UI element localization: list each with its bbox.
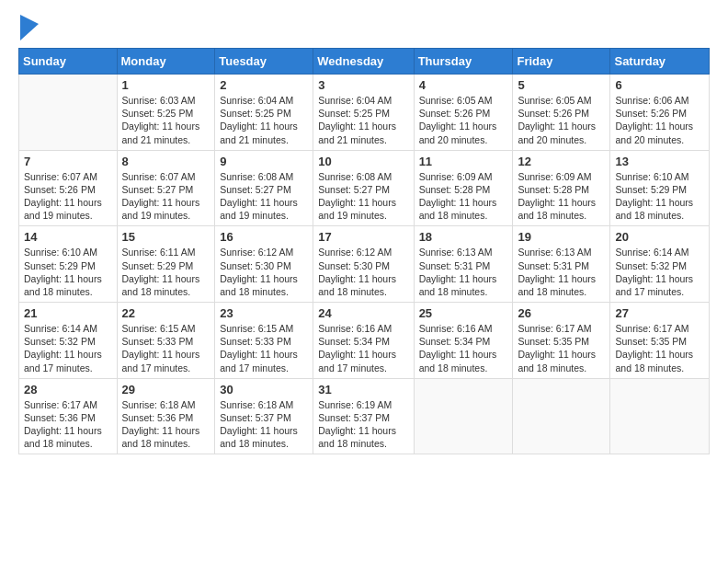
daylight-text: Daylight: 11 hours and 19 minutes. — [318, 196, 408, 222]
sunset-text: Sunset: 5:31 PM — [518, 259, 605, 272]
day-number: 14 — [24, 230, 112, 244]
calendar-cell: 21Sunrise: 6:14 AMSunset: 5:32 PMDayligh… — [19, 303, 118, 379]
sunrise-text: Sunrise: 6:16 AM — [318, 322, 408, 335]
day-number: 17 — [318, 230, 408, 244]
daylight-text: Daylight: 11 hours and 18 minutes. — [518, 196, 605, 222]
calendar-cell: 25Sunrise: 6:16 AMSunset: 5:34 PMDayligh… — [414, 303, 513, 379]
calendar-week-row: 7Sunrise: 6:07 AMSunset: 5:26 PMDaylight… — [19, 150, 710, 226]
daylight-text: Daylight: 11 hours and 19 minutes. — [122, 196, 210, 222]
sunset-text: Sunset: 5:26 PM — [419, 107, 508, 120]
sunset-text: Sunset: 5:31 PM — [419, 259, 508, 272]
sunset-text: Sunset: 5:26 PM — [615, 107, 704, 120]
sunrise-text: Sunrise: 6:04 AM — [220, 94, 308, 107]
sunrise-text: Sunrise: 6:15 AM — [122, 322, 210, 335]
sunset-text: Sunset: 5:37 PM — [318, 411, 408, 424]
sunset-text: Sunset: 5:33 PM — [220, 335, 308, 348]
calendar-week-row: 28Sunrise: 6:17 AMSunset: 5:36 PMDayligh… — [19, 378, 710, 454]
sunset-text: Sunset: 5:27 PM — [220, 183, 308, 196]
daylight-text: Daylight: 11 hours and 18 minutes. — [615, 348, 704, 373]
daylight-text: Daylight: 11 hours and 18 minutes. — [318, 272, 408, 298]
sunrise-text: Sunrise: 6:11 AM — [122, 246, 210, 259]
sunset-text: Sunset: 5:34 PM — [318, 335, 408, 348]
sunrise-text: Sunrise: 6:13 AM — [419, 246, 508, 259]
sunrise-text: Sunrise: 6:09 AM — [419, 170, 508, 183]
sunset-text: Sunset: 5:32 PM — [24, 335, 112, 348]
sunset-text: Sunset: 5:26 PM — [24, 183, 112, 196]
weekday-header-tuesday: Tuesday — [215, 49, 313, 75]
day-number: 10 — [318, 155, 408, 168]
day-number: 1 — [122, 78, 210, 92]
day-number: 24 — [318, 306, 408, 320]
sunset-text: Sunset: 5:29 PM — [122, 259, 210, 272]
calendar-cell — [414, 378, 513, 454]
logo-icon — [20, 15, 39, 40]
daylight-text: Daylight: 11 hours and 19 minutes. — [24, 196, 112, 222]
sunset-text: Sunset: 5:33 PM — [122, 335, 210, 348]
calendar-week-row: 14Sunrise: 6:10 AMSunset: 5:29 PMDayligh… — [19, 226, 710, 303]
sunrise-text: Sunrise: 6:17 AM — [518, 322, 605, 335]
weekday-header-thursday: Thursday — [414, 49, 513, 75]
calendar-cell: 28Sunrise: 6:17 AMSunset: 5:36 PMDayligh… — [19, 378, 118, 454]
sunset-text: Sunset: 5:35 PM — [615, 335, 704, 348]
day-number: 26 — [518, 306, 605, 320]
daylight-text: Daylight: 11 hours and 18 minutes. — [318, 424, 408, 450]
daylight-text: Daylight: 11 hours and 18 minutes. — [518, 272, 605, 298]
calendar-cell: 16Sunrise: 6:12 AMSunset: 5:30 PMDayligh… — [215, 226, 313, 303]
calendar-cell: 26Sunrise: 6:17 AMSunset: 5:35 PMDayligh… — [513, 303, 610, 379]
weekday-header-monday: Monday — [117, 49, 215, 75]
weekday-header-saturday: Saturday — [610, 49, 710, 75]
day-number: 23 — [220, 306, 308, 320]
sunset-text: Sunset: 5:29 PM — [24, 259, 112, 272]
calendar-cell: 12Sunrise: 6:09 AMSunset: 5:28 PMDayligh… — [513, 150, 610, 226]
day-number: 16 — [220, 230, 308, 244]
sunrise-text: Sunrise: 6:12 AM — [220, 246, 308, 259]
calendar-cell: 22Sunrise: 6:15 AMSunset: 5:33 PMDayligh… — [117, 303, 215, 379]
day-number: 8 — [122, 155, 210, 168]
sunrise-text: Sunrise: 6:09 AM — [518, 170, 605, 183]
sunrise-text: Sunrise: 6:05 AM — [419, 94, 508, 107]
calendar-cell: 15Sunrise: 6:11 AMSunset: 5:29 PMDayligh… — [117, 226, 215, 303]
daylight-text: Daylight: 11 hours and 18 minutes. — [419, 272, 508, 298]
day-number: 5 — [518, 78, 605, 92]
sunrise-text: Sunrise: 6:14 AM — [615, 246, 704, 259]
calendar-cell: 4Sunrise: 6:05 AMSunset: 5:26 PMDaylight… — [414, 75, 513, 151]
sunrise-text: Sunrise: 6:07 AM — [122, 170, 210, 183]
daylight-text: Daylight: 11 hours and 17 minutes. — [615, 272, 704, 298]
day-number: 2 — [220, 78, 308, 92]
daylight-text: Daylight: 11 hours and 18 minutes. — [220, 424, 308, 450]
daylight-text: Daylight: 11 hours and 18 minutes. — [419, 348, 508, 373]
calendar-cell — [19, 75, 118, 151]
daylight-text: Daylight: 11 hours and 21 minutes. — [220, 120, 308, 145]
calendar-cell: 7Sunrise: 6:07 AMSunset: 5:26 PMDaylight… — [19, 150, 118, 226]
day-number: 19 — [518, 230, 605, 244]
calendar-cell: 23Sunrise: 6:15 AMSunset: 5:33 PMDayligh… — [215, 303, 313, 379]
weekday-header-row: SundayMondayTuesdayWednesdayThursdayFrid… — [19, 49, 710, 75]
day-number: 18 — [419, 230, 508, 244]
sunset-text: Sunset: 5:30 PM — [220, 259, 308, 272]
calendar-cell: 6Sunrise: 6:06 AMSunset: 5:26 PMDaylight… — [610, 75, 710, 151]
sunrise-text: Sunrise: 6:16 AM — [419, 322, 508, 335]
sunrise-text: Sunrise: 6:06 AM — [615, 94, 704, 107]
daylight-text: Daylight: 11 hours and 20 minutes. — [419, 120, 508, 145]
calendar-cell — [610, 378, 710, 454]
sunrise-text: Sunrise: 6:05 AM — [518, 94, 605, 107]
sunrise-text: Sunrise: 6:15 AM — [220, 322, 308, 335]
calendar-week-row: 1Sunrise: 6:03 AMSunset: 5:25 PMDaylight… — [19, 75, 710, 151]
daylight-text: Daylight: 11 hours and 18 minutes. — [122, 424, 210, 450]
calendar-cell: 30Sunrise: 6:18 AMSunset: 5:37 PMDayligh… — [215, 378, 313, 454]
sunrise-text: Sunrise: 6:04 AM — [318, 94, 408, 107]
calendar-cell: 11Sunrise: 6:09 AMSunset: 5:28 PMDayligh… — [414, 150, 513, 226]
calendar-cell: 14Sunrise: 6:10 AMSunset: 5:29 PMDayligh… — [19, 226, 118, 303]
daylight-text: Daylight: 11 hours and 18 minutes. — [615, 196, 704, 222]
day-number: 9 — [220, 155, 308, 168]
sunrise-text: Sunrise: 6:08 AM — [318, 170, 408, 183]
sunset-text: Sunset: 5:29 PM — [615, 183, 704, 196]
calendar-cell: 9Sunrise: 6:08 AMSunset: 5:27 PMDaylight… — [215, 150, 313, 226]
calendar-cell: 24Sunrise: 6:16 AMSunset: 5:34 PMDayligh… — [313, 303, 414, 379]
calendar-cell: 27Sunrise: 6:17 AMSunset: 5:35 PMDayligh… — [610, 303, 710, 379]
day-number: 3 — [318, 78, 408, 92]
daylight-text: Daylight: 11 hours and 21 minutes. — [318, 120, 408, 145]
calendar-cell: 13Sunrise: 6:10 AMSunset: 5:29 PMDayligh… — [610, 150, 710, 226]
sunrise-text: Sunrise: 6:17 AM — [615, 322, 704, 335]
calendar-cell: 5Sunrise: 6:05 AMSunset: 5:26 PMDaylight… — [513, 75, 610, 151]
